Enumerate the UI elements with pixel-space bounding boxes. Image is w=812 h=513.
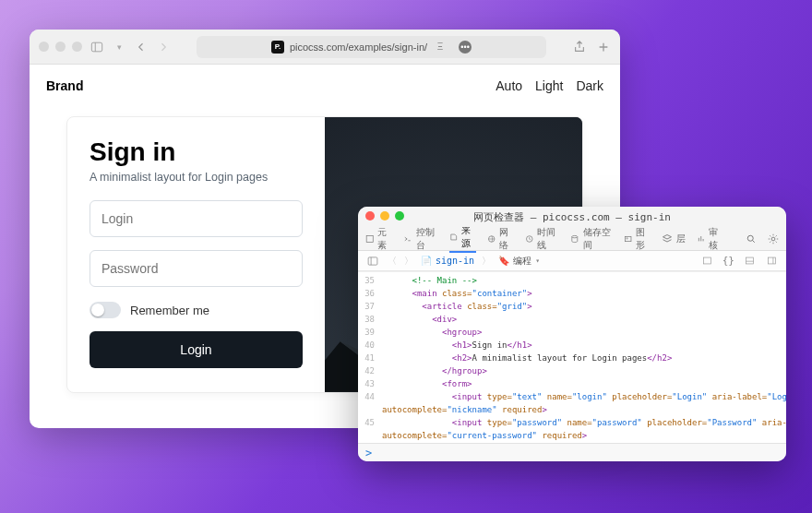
remember-label: Remember me [130, 304, 209, 317]
browser-toolbar: ▾ P. picocss.com/examples/sign-in/ Ξ ••• [30, 30, 620, 65]
console-prompt-icon: > [365, 447, 372, 459]
tag-icon: 🔖 [498, 256, 509, 266]
tab-console[interactable]: 控制台 [403, 226, 437, 252]
inspector-title-text: 网页检查器 — picocss.com — sign-in [473, 210, 671, 224]
page-nav: Brand Auto Light Dark [30, 65, 620, 107]
inspector-source-pane[interactable]: 35 <!-- Main -->36 <main class="containe… [358, 271, 786, 443]
svg-point-12 [626, 237, 627, 238]
signin-subheading: A minimalist layout for Login pages [90, 171, 303, 184]
zoom-dot[interactable] [395, 211, 404, 221]
svg-point-14 [771, 237, 775, 241]
signin-heading: Sign in [90, 137, 303, 167]
tab-sources[interactable]: 来源 [449, 224, 476, 253]
close-dot[interactable] [365, 211, 375, 221]
web-inspector-window: 网页检查器 — picocss.com — sign-in 元素 控制台 来源 … [358, 207, 786, 461]
share-icon[interactable] [572, 40, 587, 54]
theme-dark[interactable]: Dark [576, 78, 603, 93]
theme-auto[interactable]: Auto [496, 78, 522, 93]
svg-rect-18 [746, 257, 753, 264]
new-tab-icon[interactable] [596, 40, 611, 54]
minimize-dot[interactable] [380, 211, 389, 221]
tab-network[interactable]: 网络 [487, 226, 514, 252]
tab-audit[interactable]: 审核 [697, 226, 723, 252]
brand-link[interactable]: Brand [46, 78, 83, 93]
tab-graphics[interactable]: 图形 [624, 226, 651, 252]
forward-icon[interactable] [156, 40, 171, 54]
zoom-dot[interactable] [72, 42, 82, 52]
reader-icon[interactable]: Ξ [433, 40, 448, 54]
inspector-console-footer[interactable]: > [358, 443, 786, 461]
svg-rect-7 [366, 235, 373, 242]
theme-light[interactable]: Light [535, 78, 563, 93]
panel-toggle-1-icon[interactable] [700, 254, 715, 268]
panel-toggle-2-icon[interactable] [742, 254, 757, 268]
panel-toggle-3-icon[interactable] [764, 254, 779, 268]
close-dot[interactable] [39, 42, 49, 52]
file-icon: 📄 [421, 256, 432, 266]
remember-switch[interactable] [90, 302, 121, 318]
svg-rect-20 [768, 257, 775, 264]
settings-icon[interactable] [768, 233, 779, 245]
tab-layers[interactable]: 层 [662, 233, 686, 245]
back-icon[interactable] [134, 40, 149, 54]
address-bar[interactable]: P. picocss.com/examples/sign-in/ Ξ ••• [197, 36, 546, 58]
submit-button[interactable]: Login [90, 331, 303, 368]
sidebar-toggle-icon[interactable] [365, 254, 380, 268]
site-favicon: P. [271, 41, 284, 54]
url-text: picocss.com/examples/sign-in/ [290, 42, 427, 53]
breadcrumb-mode[interactable]: 编程 [513, 255, 531, 268]
breadcrumb-file[interactable]: sign-in [436, 256, 474, 266]
signin-form-pane: Sign in A minimalist layout for Login pa… [67, 117, 325, 392]
password-input[interactable] [90, 250, 303, 287]
svg-rect-17 [704, 257, 711, 264]
svg-point-13 [747, 235, 753, 241]
svg-point-10 [572, 235, 578, 237]
login-input[interactable] [90, 200, 303, 237]
tab-storage[interactable]: 储存空间 [570, 226, 612, 252]
svg-rect-15 [368, 256, 377, 264]
search-icon[interactable] [746, 233, 757, 245]
inspector-breadcrumb: 〈〉 📄sign-in 〉 🔖编程▾ {} [358, 251, 786, 271]
svg-rect-0 [91, 42, 102, 52]
inspector-titlebar[interactable]: 网页检查器 — picocss.com — sign-in [358, 207, 786, 227]
minimize-dot[interactable] [55, 42, 66, 52]
traffic-lights[interactable] [39, 42, 82, 52]
tab-elements[interactable]: 元素 [365, 226, 392, 252]
source-code: 35 <!-- Main -->36 <main class="containe… [358, 272, 786, 443]
svg-rect-11 [625, 236, 630, 241]
inspector-tabs: 元素 控制台 来源 网络 时间线 储存空间 图形 层 审核 [358, 227, 786, 251]
inspector-traffic-lights[interactable] [365, 211, 404, 221]
sidebar-icon[interactable] [90, 40, 104, 54]
privacy-report-icon[interactable]: ••• [459, 41, 472, 54]
tab-timeline[interactable]: 时间线 [525, 226, 559, 252]
chevron-down-icon[interactable]: ▾ [112, 40, 126, 54]
